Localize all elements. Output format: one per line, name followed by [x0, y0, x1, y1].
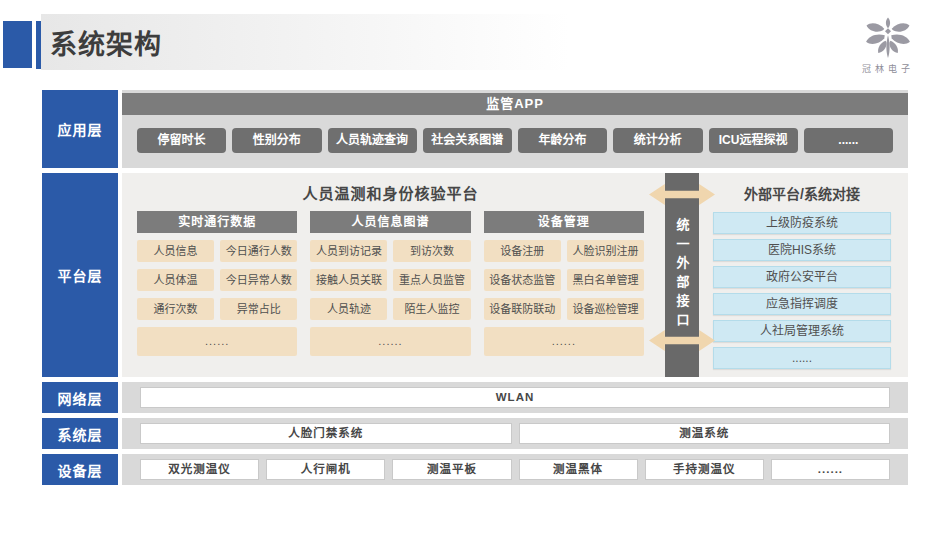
platform-function-cell: 设备注册 — [484, 240, 561, 262]
layer-label-device: 设备层 — [42, 454, 118, 485]
external-system-box: ...... — [713, 347, 891, 369]
platform-function-cell: 陌生人监控 — [393, 298, 470, 320]
platform-function-cell: 人员信息 — [137, 240, 214, 262]
external-system-box: 政府公安平台 — [713, 266, 891, 288]
page-title: 系统架构 — [41, 23, 162, 62]
platform-function-cell: 设备联防联动 — [484, 298, 561, 320]
platform-function-cell: 接触人员关联 — [310, 269, 387, 291]
external-panel-title: 外部平台/系统对接 — [713, 183, 891, 203]
system-layer-row: 系统层 人脸门禁系统测温系统 — [42, 418, 908, 449]
unified-external-interface-bar: 统一外部接口 — [665, 173, 699, 377]
company-logo-text: 冠林电子 — [850, 62, 926, 75]
layer-label-network: 网络层 — [42, 382, 118, 413]
device-box: 双光测温仪 — [140, 459, 259, 480]
device-box: 测温平板 — [392, 459, 511, 480]
platform-function-cell: 重点人员监管 — [393, 269, 470, 291]
application-feature-box: 人员轨迹查询 — [328, 128, 417, 153]
platform-title: 人员温测和身份核验平台 — [130, 182, 651, 203]
title-strip: 系统架构 — [41, 14, 701, 70]
architecture-diagram: 应用层 监管APP 停留时长性别分布人员轨迹查询社会关系图谱年龄分布统计分析IC… — [42, 90, 908, 490]
platform-function-cell: 今日通行人数 — [220, 240, 297, 262]
platform-function-cell: 设备巡检管理 — [567, 298, 644, 320]
page: 系统架构 冠林电子 应用层 监管APP 停留时长性别分布人员轨迹查询社会关系图谱… — [0, 0, 950, 534]
device-layer-content: 双光测温仪人行闸机测温平板测温黑体手持测温仪...... — [122, 454, 908, 485]
application-feature-box: 社会关系图谱 — [423, 128, 512, 153]
application-layer-content: 监管APP 停留时长性别分布人员轨迹查询社会关系图谱年龄分布统计分析ICU远程探… — [122, 90, 908, 168]
system-box: 测温系统 — [519, 423, 891, 444]
platform-function-cell: 到访次数 — [393, 240, 470, 262]
column-realtime-data: 实时通行数据 人员信息今日通行人数人员体温今日异常人数通行次数异常占比 ....… — [137, 211, 297, 356]
network-box: WLAN — [140, 387, 890, 408]
external-system-box: 上级防疫系统 — [713, 212, 891, 234]
application-layer-row: 应用层 监管APP 停留时长性别分布人员轨迹查询社会关系图谱年龄分布统计分析IC… — [42, 90, 908, 168]
double-arrow-icon — [649, 330, 715, 351]
external-system-box: 医院HIS系统 — [713, 239, 891, 261]
system-layer-content: 人脸门禁系统测温系统 — [122, 418, 908, 449]
platform-layer-content: 人员温测和身份核验平台 实时通行数据 人员信息今日通行人数人员体温今日异常人数通… — [122, 173, 908, 377]
layer-label-platform: 平台层 — [42, 173, 118, 377]
column-header: 人员信息图谱 — [310, 211, 470, 233]
device-box: 手持测温仪 — [645, 459, 764, 480]
platform-function-cell: 设备状态监管 — [484, 269, 561, 291]
title-accent-square — [3, 21, 32, 68]
layer-label-system: 系统层 — [42, 418, 118, 449]
application-feature-list: 停留时长性别分布人员轨迹查询社会关系图谱年龄分布统计分析ICU远程探视.....… — [137, 128, 893, 153]
device-box: 测温黑体 — [519, 459, 638, 480]
platform-function-cell: 黑白名单管理 — [567, 269, 644, 291]
column-cell-grid: 人员到访记录到访次数接触人员关联重点人员监管人员轨迹陌生人监控 — [310, 240, 470, 320]
network-layer-content: WLAN — [122, 382, 908, 413]
device-box: 人行闸机 — [266, 459, 385, 480]
layer-label-application: 应用层 — [42, 90, 118, 168]
platform-function-cell: 人员轨迹 — [310, 298, 387, 320]
platform-layer-row: 平台层 人员温测和身份核验平台 实时通行数据 人员信息今日通行人数人员体温今日异… — [42, 173, 908, 377]
application-feature-box: ...... — [804, 128, 893, 153]
application-feature-box: 性别分布 — [232, 128, 321, 153]
tree-logo-icon — [860, 16, 916, 60]
platform-function-cell: 今日异常人数 — [220, 269, 297, 291]
platform-function-cell: 人员体温 — [137, 269, 214, 291]
platform-function-cell: 人脸识别注册 — [567, 240, 644, 262]
application-feature-box: 统计分析 — [613, 128, 702, 153]
verification-platform-panel: 人员温测和身份核验平台 实时通行数据 人员信息今日通行人数人员体温今日异常人数通… — [122, 173, 651, 377]
system-box: 人脸门禁系统 — [140, 423, 512, 444]
column-cell-grid: 人员信息今日通行人数人员体温今日异常人数通行次数异常占比 — [137, 240, 297, 320]
supervision-app-banner: 监管APP — [122, 93, 908, 115]
application-feature-box: ICU远程探视 — [709, 128, 798, 153]
external-system-box: 应急指挥调度 — [713, 293, 891, 315]
device-box: ...... — [771, 459, 890, 480]
device-layer-row: 设备层 双光测温仪人行闸机测温平板测温黑体手持测温仪...... — [42, 454, 908, 485]
network-layer-row: 网络层 WLAN — [42, 382, 908, 413]
platform-columns: 实时通行数据 人员信息今日通行人数人员体温今日异常人数通行次数异常占比 ....… — [137, 211, 644, 356]
company-logo: 冠林电子 — [850, 16, 926, 75]
application-feature-box: 年龄分布 — [518, 128, 607, 153]
column-header: 实时通行数据 — [137, 211, 297, 233]
platform-function-cell: 异常占比 — [220, 298, 297, 320]
column-header: 设备管理 — [484, 211, 644, 233]
application-feature-box: 停留时长 — [137, 128, 226, 153]
column-person-graph: 人员信息图谱 人员到访记录到访次数接触人员关联重点人员监管人员轨迹陌生人监控 .… — [310, 211, 470, 356]
column-cell-grid: 设备注册人脸识别注册设备状态监管黑白名单管理设备联防联动设备巡检管理 — [484, 240, 644, 320]
external-system-box: 人社局管理系统 — [713, 320, 891, 342]
column-more-cell: ...... — [310, 327, 470, 356]
platform-function-cell: 人员到访记录 — [310, 240, 387, 262]
interface-bar-label: 统一外部接口 — [673, 218, 692, 332]
column-device-management: 设备管理 设备注册人脸识别注册设备状态监管黑白名单管理设备联防联动设备巡检管理 … — [484, 211, 644, 356]
external-system-list: 上级防疫系统医院HIS系统政府公安平台应急指挥调度人社局管理系统...... — [713, 212, 891, 369]
platform-function-cell: 通行次数 — [137, 298, 214, 320]
external-systems-panel: 外部平台/系统对接 上级防疫系统医院HIS系统政府公安平台应急指挥调度人社局管理… — [713, 173, 891, 377]
column-more-cell: ...... — [137, 327, 297, 356]
column-more-cell: ...... — [484, 327, 644, 356]
double-arrow-icon — [649, 184, 715, 205]
